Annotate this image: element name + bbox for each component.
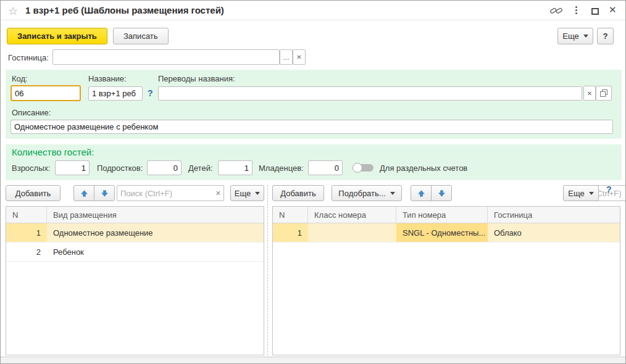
cell-kind[interactable]: Одноместное размещение [47, 223, 264, 242]
name-input[interactable] [88, 86, 143, 101]
table-row[interactable]: 1 SNGL - Одноместны... Облако [273, 223, 620, 242]
maximize-icon[interactable] [591, 8, 599, 15]
dropdown-arrow-icon [255, 192, 260, 195]
adults-label: Взрослых: [12, 163, 51, 173]
up-arrow-icon [80, 189, 88, 197]
table-header: N Класс номера Тип номера Гостиница [273, 207, 620, 223]
children-label: Детей: [188, 163, 213, 173]
column-header-kind[interactable]: Вид размещения [47, 207, 264, 223]
cell-hotel[interactable]: Облако [488, 223, 620, 242]
left-move-up-button[interactable] [73, 185, 94, 201]
children-input[interactable] [218, 160, 252, 175]
column-header-n[interactable]: N [6, 207, 47, 223]
column-header-room-class[interactable]: Класс номера [308, 207, 396, 223]
left-add-button[interactable]: Добавить [6, 185, 61, 201]
more-button-top-label: Еще [562, 31, 578, 41]
help-button[interactable]: ? [597, 28, 614, 44]
right-pick-button[interactable]: Подобрать... [332, 185, 402, 201]
column-header-n[interactable]: N [273, 207, 308, 223]
dropdown-arrow-icon [583, 35, 588, 38]
save-and-close-button[interactable]: Записать и закрыть [7, 28, 107, 44]
dropdown-arrow-icon [390, 192, 395, 195]
description-input[interactable] [10, 120, 613, 134]
translations-clear-icon[interactable]: ✕ [583, 86, 596, 101]
name-label: Название: [88, 74, 127, 83]
right-move-up-button[interactable] [411, 185, 432, 201]
name-help-icon[interactable]: ? [148, 88, 153, 98]
dropdown-arrow-icon [589, 192, 594, 195]
cell-n[interactable]: 1 [273, 223, 308, 242]
template-window: ☆ 1 взр+1 реб (Шаблоны размещения гостей… [0, 0, 626, 364]
right-move-down-button[interactable] [431, 185, 452, 201]
table-row[interactable]: 2 Ребенок [6, 242, 264, 262]
translations-input[interactable] [158, 86, 582, 101]
left-search-input[interactable] [117, 185, 224, 201]
teens-label: Подростков: [97, 163, 143, 173]
left-search-clear-icon[interactable]: ✕ [215, 189, 221, 197]
hotel-input[interactable] [52, 49, 280, 65]
right-help-icon[interactable]: ? [606, 184, 612, 194]
description-label: Описание: [12, 108, 51, 117]
teens-input[interactable] [147, 160, 182, 175]
window-title: 1 взр+1 реб (Шаблоны размещения гостей) [25, 5, 224, 15]
translations-open-icon[interactable] [596, 86, 612, 101]
down-arrow-icon [438, 189, 446, 197]
placement-kinds-table: N Вид размещения 1 Одноместное размещени… [6, 206, 264, 355]
titlebar-divider [1, 20, 626, 20]
hotel-label: Гостиница: [8, 53, 49, 62]
cell-kind[interactable]: Ребенок [47, 242, 264, 261]
up-arrow-icon [417, 189, 425, 197]
right-more-button[interactable]: Еще [563, 185, 599, 201]
cell-room-type[interactable]: SNGL - Одноместны... [396, 223, 488, 242]
more-button-top[interactable]: Еще [557, 28, 593, 44]
right-add-button[interactable]: Добавить [272, 185, 324, 201]
hotel-clear-icon[interactable]: ✕ [293, 49, 306, 65]
cell-n[interactable]: 1 [6, 223, 47, 242]
right-more-label: Еще [568, 189, 584, 198]
guest-count-header: Количество гостей: [12, 147, 94, 157]
adults-input[interactable] [55, 160, 90, 175]
left-move-down-button[interactable] [94, 185, 115, 201]
window-bottom-strip [1, 357, 626, 364]
cell-n[interactable]: 2 [6, 242, 47, 261]
panel-splitter[interactable] [267, 185, 268, 355]
close-icon[interactable]: ✕ [609, 4, 617, 15]
hotel-choose-button[interactable]: ... [280, 49, 293, 65]
right-pick-label: Подобрать... [338, 189, 385, 198]
table-row[interactable]: 1 Одноместное размещение [6, 223, 264, 242]
infants-label: Младенцев: [259, 163, 304, 173]
table-header: N Вид размещения [6, 207, 264, 223]
left-more-label: Еще [235, 189, 251, 198]
down-arrow-icon [101, 189, 109, 197]
guest-count-section: Количество гостей: Взрослых: Подростков:… [6, 144, 622, 180]
column-header-room-type[interactable]: Тип номера [396, 207, 488, 223]
save-button[interactable]: Записать [113, 28, 169, 44]
code-label: Код: [12, 74, 28, 83]
left-more-button[interactable]: Еще [230, 185, 264, 201]
main-attributes-section: Код: Название: ? Переводы названия: ✕ Оп… [6, 70, 622, 139]
favorite-star-icon[interactable]: ☆ [8, 4, 18, 18]
link-icon[interactable] [549, 6, 563, 18]
separate-bills-label: Для раздельных счетов [380, 163, 467, 173]
code-input[interactable] [10, 85, 81, 101]
column-header-hotel[interactable]: Гостиница [488, 207, 620, 223]
translations-label: Переводы названия: [158, 74, 235, 83]
cell-room-class[interactable] [308, 223, 396, 242]
room-types-table: N Класс номера Тип номера Гостиница 1 SN… [272, 206, 620, 355]
toggle-knob [353, 163, 362, 173]
kebab-menu-icon[interactable] [575, 6, 577, 14]
infants-input[interactable] [308, 160, 343, 175]
separate-bills-toggle[interactable] [353, 163, 375, 173]
